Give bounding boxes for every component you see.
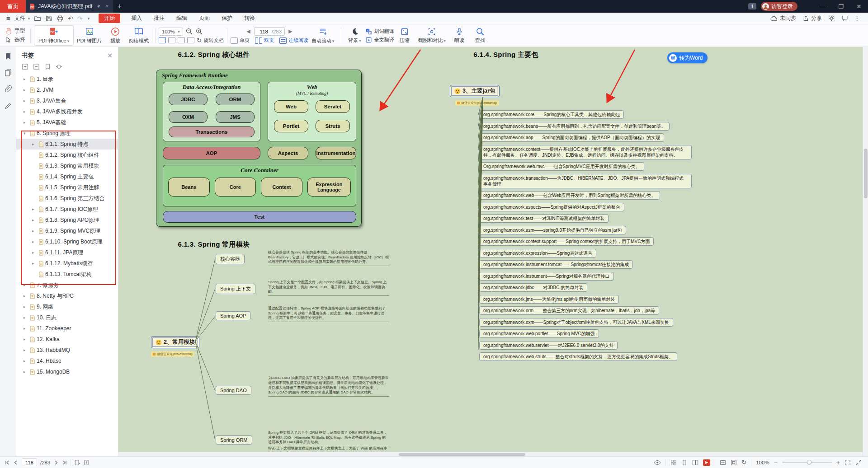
bookmark-item[interactable]: 15. MongoDB <box>16 366 118 377</box>
expand-arrow-icon[interactable] <box>24 348 28 352</box>
ribbon-tab[interactable]: 开始 <box>99 14 120 23</box>
prev-page-icon[interactable] <box>13 460 19 465</box>
expand-arrow-icon[interactable] <box>24 326 28 331</box>
home-tab[interactable]: 首页 <box>0 0 26 13</box>
fit-width-icon[interactable] <box>168 37 175 43</box>
word-translate-button[interactable]: Aa 划词翻译 <box>365 28 394 35</box>
ribbon-tab[interactable]: 批注 <box>153 14 165 23</box>
fit-width-view-icon[interactable] <box>720 459 726 466</box>
bookmark-item[interactable]: 6.1.7. Spring IOC原理 <box>16 204 118 215</box>
ribbon-tab[interactable]: 转换 <box>243 14 256 23</box>
close-sidebar-icon[interactable]: ✕ <box>107 52 113 59</box>
redo-icon[interactable]: ↷ <box>77 15 83 22</box>
auto-scroll-button[interactable]: 自动滚动▾ <box>308 26 338 45</box>
ribbon-tab[interactable]: 编辑 <box>175 14 188 23</box>
previous-page-icon[interactable]: ◀ <box>245 28 251 34</box>
maximize-button[interactable]: ❐ <box>832 0 850 13</box>
expand-arrow-icon[interactable] <box>24 370 28 374</box>
feedback-comment-icon[interactable] <box>841 15 848 22</box>
background-button[interactable]: 背景▾ <box>344 26 365 45</box>
pdf-to-office-button[interactable]: PDF PDF转Office▾ <box>34 25 74 46</box>
zoom-slider[interactable] <box>782 462 832 463</box>
minimize-button[interactable]: — <box>814 0 832 13</box>
print-icon[interactable] <box>57 15 64 22</box>
fit-page-view-icon[interactable] <box>731 459 737 466</box>
bookmark-item[interactable]: 6.1.11. JPA原理 <box>16 247 118 258</box>
bookmark-item[interactable]: 6.1.2. Spring 核心组件 <box>16 150 118 160</box>
chevron-down-icon[interactable]: ▾ <box>67 39 70 43</box>
zoom-in-icon[interactable] <box>195 28 203 35</box>
expand-arrow-icon[interactable] <box>24 98 28 103</box>
bookmark-item[interactable]: 8. Netty 与RPC <box>16 290 118 301</box>
bookmark-item[interactable]: 12. Kafka <box>16 334 118 345</box>
fullscreen-icon[interactable] <box>844 459 851 466</box>
next-page-icon[interactable] <box>53 460 59 465</box>
bookmark-item[interactable]: 11. Zookeeper <box>16 323 118 334</box>
screenshot-compare-button[interactable]: 截图和对比▾ <box>415 26 449 45</box>
zoom-slider-knob[interactable] <box>807 460 811 464</box>
fit-visible-icon[interactable] <box>187 37 194 43</box>
insert-page-icon[interactable] <box>74 459 80 466</box>
single-page-view-icon[interactable] <box>681 459 688 466</box>
bookmark-item[interactable]: 6.1.9. Spring MVC原理 <box>16 225 118 236</box>
pdf-to-image-button[interactable]: PDF转图片 <box>74 26 105 45</box>
expand-arrow-icon[interactable] <box>24 304 28 309</box>
document-tab[interactable]: PDF JAVA核心知识整理.pdf × <box>26 0 113 13</box>
attachments-panel-icon[interactable] <box>5 85 12 93</box>
expand-arrow-icon[interactable] <box>24 359 28 363</box>
expand-arrow-icon[interactable] <box>24 120 28 125</box>
ribbon-tab[interactable]: 页面 <box>198 14 211 23</box>
settings-gear-icon[interactable] <box>828 15 835 22</box>
notification-badge[interactable]: 1 <box>748 3 756 9</box>
bookmark-item[interactable]: 6.1.8. Spring APO原理 <box>16 215 118 225</box>
page-number-input[interactable] <box>257 29 271 34</box>
file-menu[interactable]: 文件▾ <box>14 14 30 22</box>
next-page-icon[interactable]: ▶ <box>287 28 293 34</box>
ribbon-tab[interactable]: 插入 <box>130 14 143 23</box>
expand-all-icon[interactable] <box>22 63 28 70</box>
zoom-in-button[interactable]: + <box>836 459 840 466</box>
horizontal-scrollbar-thumb[interactable] <box>399 453 525 456</box>
bookmarks-panel-icon[interactable] <box>5 52 12 61</box>
expand-arrow-icon[interactable] <box>24 88 28 92</box>
convert-to-word-button[interactable]: W 转为Word <box>667 52 708 63</box>
fit-page-icon[interactable] <box>159 37 166 43</box>
add-bookmark-icon[interactable] <box>44 63 51 70</box>
collapse-all-icon[interactable] <box>33 63 40 70</box>
bookmark-item[interactable]: 5. JAVA基础 <box>16 117 118 128</box>
more-options-icon[interactable]: ⋮ <box>854 15 860 22</box>
continuous-view-button[interactable]: 连续阅读 <box>279 37 308 44</box>
compress-button[interactable]: 压缩 <box>394 26 415 45</box>
zoom-out-icon[interactable] <box>185 28 193 35</box>
locate-bookmark-icon[interactable] <box>56 63 62 70</box>
expand-arrow-icon[interactable] <box>32 239 37 244</box>
expand-arrow-icon[interactable] <box>24 131 28 136</box>
bookmark-item[interactable]: 6.1.13. Tomcat架构 <box>16 269 118 280</box>
read-mode-button[interactable]: 阅读模式 <box>126 26 152 45</box>
pin-icon[interactable] <box>95 4 102 9</box>
bookmark-item[interactable]: 6.1.6. Spring 第三方结合 <box>16 193 118 204</box>
bookmark-item[interactable]: 7. 微服务 <box>16 280 118 290</box>
signature-panel-icon[interactable] <box>5 101 12 109</box>
undo-icon[interactable]: ↶ <box>68 15 73 22</box>
vertical-scrollbar[interactable] <box>863 47 868 456</box>
status-page-input[interactable] <box>22 459 37 466</box>
bookmark-item[interactable]: 6.1.3. Spring 常用模块 <box>16 160 118 171</box>
last-page-icon[interactable] <box>62 460 67 465</box>
expand-arrow-icon[interactable] <box>32 218 37 222</box>
hand-tool-button[interactable]: 手型 <box>5 27 25 35</box>
bookmark-item[interactable]: 1. 目录 <box>16 74 118 84</box>
expand-view-icon[interactable] <box>855 459 862 466</box>
save-icon[interactable] <box>45 15 52 22</box>
bookmark-item[interactable]: 13. RabbitMQ <box>16 345 118 356</box>
rotate-view-icon[interactable]: ↻ <box>741 459 746 466</box>
horizontal-scrollbar[interactable] <box>118 452 863 456</box>
extract-page-icon[interactable] <box>84 459 90 466</box>
open-file-icon[interactable] <box>34 15 41 22</box>
bookmark-item[interactable]: 3. JAVA集合 <box>16 95 118 106</box>
play-button[interactable]: 播放 <box>105 26 126 45</box>
bookmark-item[interactable]: 2. JVM <box>16 84 118 95</box>
expand-arrow-icon[interactable] <box>24 283 28 287</box>
zoom-out-button[interactable]: − <box>774 459 778 466</box>
first-page-icon[interactable] <box>5 460 10 465</box>
